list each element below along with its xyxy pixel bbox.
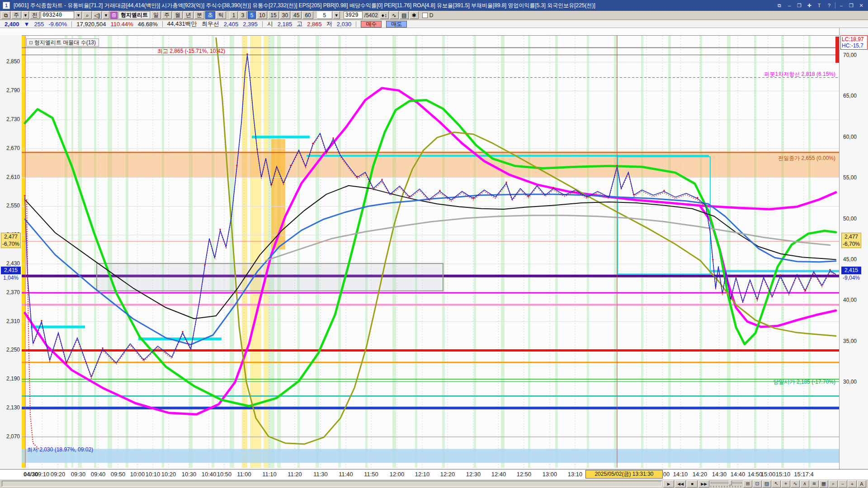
period-button-초[interactable]: 초 [205, 11, 215, 19]
restore-icon[interactable]: ❐ [847, 2, 855, 9]
down-arrow-icon: ▼ [24, 21, 30, 28]
slider-ticks [711, 486, 742, 488]
tick-dot [804, 289, 806, 291]
stop-button[interactable]: ■ [687, 480, 698, 488]
time-axis: 04/3009:1009:2009:3009:4009:5010:0010:10… [0, 469, 868, 479]
interval-button-10[interactable]: 10 [257, 11, 267, 19]
zoom-out-button[interactable]: − [838, 480, 847, 488]
restore-panel-icon[interactable]: ❐ [795, 2, 803, 9]
scroll-well[interactable] [2, 481, 662, 487]
x-tick-10-50: 10:50 [217, 471, 232, 478]
sound-dropdown-icon[interactable]: ▼ [103, 11, 109, 19]
panel-add-icon[interactable]: ⊞ [743, 480, 752, 488]
bar-position-input[interactable] [344, 11, 363, 19]
right-yellow-badge: 2,477-6,70% [841, 233, 861, 248]
chart-plot[interactable]: 형지엘리트 매물대 수(13) ☰ 최고 2,865 (-15.71%, 10:… [22, 35, 839, 468]
volume-stripe-24 [501, 36, 505, 468]
d-checkbox[interactable] [422, 13, 428, 18]
interval-button-3[interactable]: 3 [239, 11, 247, 19]
sound-icon[interactable]: ◁) [93, 11, 102, 19]
period-button-년[interactable]: 년 [184, 11, 193, 19]
region-select-icon[interactable]: ▨ [762, 480, 771, 488]
zoom-in-button[interactable]: + [848, 480, 857, 488]
volume-stripe-4 [94, 36, 96, 468]
x-tick-15-17-4: 15:17:4 [794, 471, 813, 478]
zigzag-icon[interactable]: ∧ [800, 480, 809, 488]
crosshair-icon[interactable]: ⌖ [781, 480, 790, 488]
interval-button-5[interactable]: 5 [248, 11, 256, 19]
left-axis-label-2430: 2,430 [6, 260, 20, 267]
tick-dot [829, 269, 830, 270]
candle-chart-icon[interactable]: ♦↕ [380, 11, 389, 19]
text-tool-button[interactable]: A [857, 480, 866, 488]
tick-dot [381, 178, 382, 180]
interval-button-group: 1351015304560 [230, 11, 313, 19]
tick-dot [663, 190, 665, 191]
right-axis-label-50_00: 50,00 [843, 216, 857, 222]
buy-button[interactable]: 매수 [361, 21, 382, 28]
chart-toolbar: ⧉ 주 ▼ 전 ▼ ⌕ ◁) ▼ 증 형지엘리트 일주월년분초틱 1351015… [0, 11, 868, 20]
period-button-일[interactable]: 일 [151, 11, 161, 19]
prev-stock-button[interactable]: 전 [30, 11, 40, 19]
pattern-icon[interactable]: ▦ [819, 480, 828, 488]
slider-thumb[interactable] [729, 480, 732, 485]
period-button-분[interactable]: 분 [194, 11, 204, 19]
link-icon[interactable]: ⧉ [1, 11, 10, 19]
volume-stripe-20 [392, 36, 396, 468]
x-tick-10-00: 10:00 [130, 471, 145, 478]
search-icon[interactable]: ⌕ [83, 11, 92, 19]
eraser-icon[interactable]: ≋ [810, 480, 819, 488]
x-tick-09-20: 09:20 [51, 471, 66, 478]
help-icon[interactable]: ? [825, 2, 833, 9]
low-label: 저 [326, 20, 332, 28]
trendline-icon[interactable]: ∿ [791, 480, 800, 488]
mode-dropdown-icon[interactable]: ▼ [22, 11, 29, 19]
right-axis-label-55_00: 55,00 [843, 174, 857, 181]
copy-icon[interactable]: ⧉ [775, 2, 783, 9]
x-tick-09-10: 09:10 [35, 471, 50, 478]
period-button-월[interactable]: 월 [173, 11, 183, 19]
minimize-panel-icon[interactable]: – [785, 2, 793, 9]
mode-button[interactable]: 주 [11, 11, 21, 19]
rewind-button[interactable]: ◀◀ [675, 480, 686, 488]
pin-icon[interactable]: ✚ [805, 2, 813, 9]
right-scale-axis: LC:18,97 HC:-15,7 70,0065,0060,0055,0050… [839, 28, 868, 469]
count-dropdown-icon[interactable]: ▼ [333, 11, 340, 19]
interval-button-30[interactable]: 30 [280, 11, 290, 19]
prev-close-label: 전일종가 2,655 (0.00%) [778, 155, 835, 162]
code-dropdown-icon[interactable]: ▼ [75, 11, 82, 19]
volume-stripe-18 [338, 36, 341, 468]
interval-button-15[interactable]: 15 [268, 11, 278, 19]
indicator-label[interactable]: 형지엘리트 매물대 수(13) [26, 38, 99, 47]
interval-button-60[interactable]: 60 [302, 11, 313, 19]
text-icon[interactable]: T [815, 2, 823, 9]
interval-button-45[interactable]: 45 [291, 11, 302, 19]
volume-stripe-15 [277, 36, 281, 468]
minimize-icon[interactable]: – [837, 2, 845, 9]
x-tick-12-10: 12:10 [415, 471, 430, 478]
settings-gear-icon[interactable]: ✱ [410, 11, 419, 19]
title-controls: ⧉–❐✚T?–❐✕ [775, 2, 865, 9]
play-button[interactable]: ▶ [663, 480, 674, 488]
cursor-icon[interactable]: ↖ [772, 480, 781, 488]
fast-forward-button[interactable]: ▶▶ [698, 480, 709, 488]
period-button-틱[interactable]: 틱 [216, 11, 226, 19]
save-icon[interactable]: ▤ [400, 11, 409, 19]
speed-slider[interactable] [711, 480, 742, 488]
line-chart-icon[interactable]: ∿ [390, 11, 399, 19]
count-select[interactable]: 5 [317, 11, 332, 19]
left-axis-label-2250: 2,250 [6, 347, 20, 353]
title-controls-separator [835, 2, 835, 9]
low-label: 최저 2,030 (18.97%, 09:02) [27, 446, 93, 454]
window-title: [0601] 주식종합차트 - 유통비율[71.2] 거래대금[44,414(백… [14, 2, 595, 9]
period-button-주[interactable]: 주 [162, 11, 172, 19]
best-quote-label: 최우선 [202, 20, 219, 28]
close-icon[interactable]: ✕ [857, 2, 865, 9]
sell-button[interactable]: 매도 [386, 21, 407, 28]
stock-code-input[interactable] [41, 11, 74, 19]
magnifier-icon[interactable]: ⌕ [829, 480, 838, 488]
interval-button-1[interactable]: 1 [230, 11, 238, 19]
panel-overlap-icon[interactable]: ⊡ [753, 480, 762, 488]
x-tick-14-30: 14:30 [712, 471, 727, 478]
x-highlight-timestamp: 2025/05/02(금) 13:31:30 [585, 470, 663, 479]
